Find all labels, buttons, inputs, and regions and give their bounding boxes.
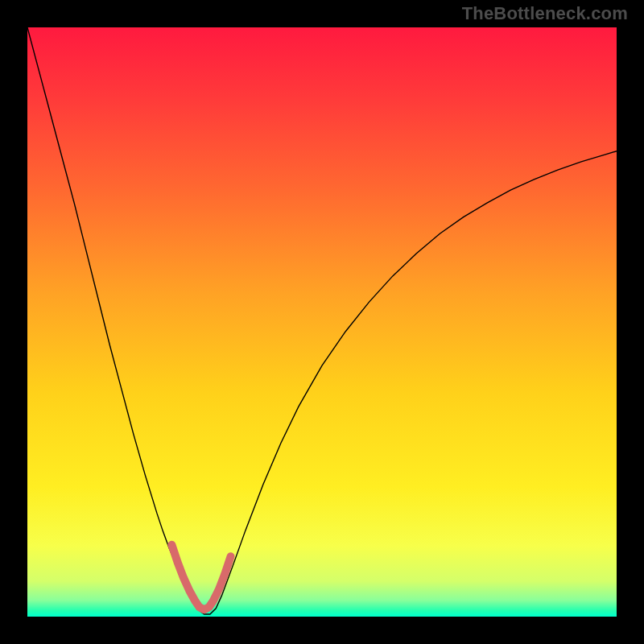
- chart-stage: TheBottleneck.com: [0, 0, 644, 644]
- bottleneck-chart: [27, 27, 617, 617]
- chart-background: [27, 27, 617, 617]
- watermark-text: TheBottleneck.com: [462, 3, 628, 24]
